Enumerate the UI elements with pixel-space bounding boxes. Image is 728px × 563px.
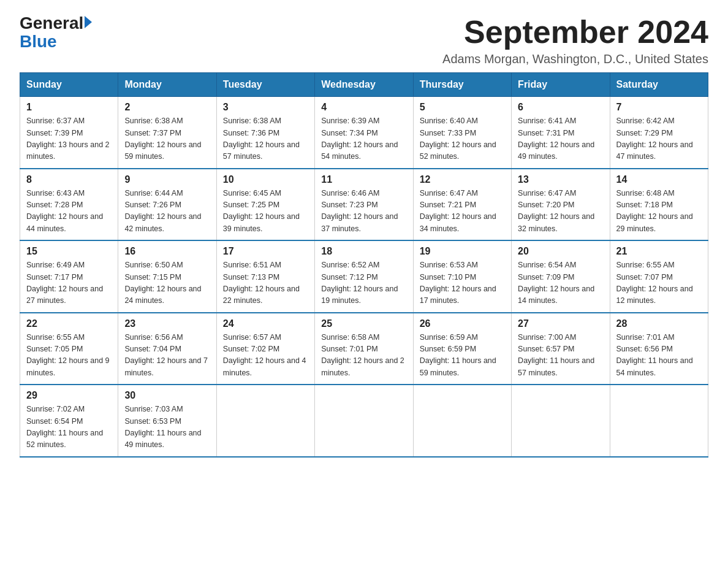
day-number: 4	[321, 102, 406, 113]
calendar-cell: 18Sunrise: 6:52 AMSunset: 7:12 PMDayligh…	[315, 240, 413, 313]
calendar-cell: 15Sunrise: 6:49 AMSunset: 7:17 PMDayligh…	[20, 240, 118, 313]
day-info: Sunrise: 6:41 AMSunset: 7:31 PMDaylight:…	[518, 115, 603, 163]
calendar-week-row: 8Sunrise: 6:43 AMSunset: 7:28 PMDaylight…	[20, 169, 708, 241]
page-header: General Blue September 2024 Adams Morgan…	[20, 15, 708, 66]
calendar-week-row: 15Sunrise: 6:49 AMSunset: 7:17 PMDayligh…	[20, 240, 708, 313]
day-info: Sunrise: 6:56 AMSunset: 7:04 PMDaylight:…	[124, 332, 210, 380]
weekday-header-saturday: Saturday	[610, 73, 708, 97]
day-number: 20	[518, 246, 603, 257]
day-info: Sunrise: 7:03 AMSunset: 6:53 PMDaylight:…	[124, 404, 210, 451]
title-block: September 2024 Adams Morgan, Washington,…	[442, 15, 708, 66]
calendar-cell: 24Sunrise: 6:57 AMSunset: 7:02 PMDayligh…	[216, 313, 314, 385]
day-number: 14	[616, 174, 702, 185]
day-number: 12	[420, 174, 505, 185]
calendar-cell: 9Sunrise: 6:44 AMSunset: 7:26 PMDaylight…	[118, 169, 216, 241]
day-info: Sunrise: 6:49 AMSunset: 7:17 PMDaylight:…	[26, 259, 112, 307]
calendar-cell	[610, 385, 708, 457]
calendar-cell: 13Sunrise: 6:47 AMSunset: 7:20 PMDayligh…	[512, 169, 610, 241]
calendar-cell: 2Sunrise: 6:38 AMSunset: 7:37 PMDaylight…	[118, 97, 216, 169]
day-info: Sunrise: 6:52 AMSunset: 7:12 PMDaylight:…	[321, 259, 406, 307]
day-number: 24	[223, 318, 308, 329]
logo-general-text: General	[20, 15, 83, 32]
day-number: 15	[26, 246, 112, 257]
day-number: 22	[26, 318, 112, 329]
day-info: Sunrise: 6:47 AMSunset: 7:20 PMDaylight:…	[518, 188, 603, 236]
calendar-cell: 27Sunrise: 7:00 AMSunset: 6:57 PMDayligh…	[512, 313, 610, 385]
day-info: Sunrise: 6:38 AMSunset: 7:36 PMDaylight:…	[223, 115, 308, 163]
calendar-body: 1Sunrise: 6:37 AMSunset: 7:39 PMDaylight…	[20, 97, 708, 457]
calendar-cell	[216, 385, 314, 457]
day-number: 6	[518, 102, 603, 113]
calendar-cell: 14Sunrise: 6:48 AMSunset: 7:18 PMDayligh…	[610, 169, 708, 241]
day-number: 26	[420, 318, 505, 329]
day-number: 28	[616, 318, 702, 329]
day-info: Sunrise: 6:54 AMSunset: 7:09 PMDaylight:…	[518, 259, 603, 307]
calendar-cell: 20Sunrise: 6:54 AMSunset: 7:09 PMDayligh…	[512, 240, 610, 313]
calendar-cell: 25Sunrise: 6:58 AMSunset: 7:01 PMDayligh…	[315, 313, 413, 385]
calendar-cell: 7Sunrise: 6:42 AMSunset: 7:29 PMDaylight…	[610, 97, 708, 169]
day-number: 21	[616, 246, 702, 257]
day-number: 11	[321, 174, 406, 185]
day-info: Sunrise: 7:01 AMSunset: 6:56 PMDaylight:…	[616, 332, 702, 380]
calendar-header: SundayMondayTuesdayWednesdayThursdayFrid…	[20, 73, 708, 97]
calendar-cell	[512, 385, 610, 457]
day-number: 29	[26, 390, 112, 401]
calendar-cell: 4Sunrise: 6:39 AMSunset: 7:34 PMDaylight…	[315, 97, 413, 169]
day-info: Sunrise: 6:37 AMSunset: 7:39 PMDaylight:…	[26, 115, 112, 163]
day-number: 9	[124, 174, 210, 185]
logo: General Blue	[20, 15, 92, 52]
calendar-cell	[315, 385, 413, 457]
calendar-cell: 23Sunrise: 6:56 AMSunset: 7:04 PMDayligh…	[118, 313, 216, 385]
weekday-header-monday: Monday	[118, 73, 216, 97]
calendar-week-row: 22Sunrise: 6:55 AMSunset: 7:05 PMDayligh…	[20, 313, 708, 385]
day-number: 2	[124, 102, 210, 113]
calendar-cell: 12Sunrise: 6:47 AMSunset: 7:21 PMDayligh…	[413, 169, 511, 241]
logo-triangle-icon	[85, 16, 92, 28]
weekday-header-wednesday: Wednesday	[315, 73, 413, 97]
day-number: 10	[223, 174, 308, 185]
day-number: 7	[616, 102, 702, 113]
day-info: Sunrise: 7:00 AMSunset: 6:57 PMDaylight:…	[518, 332, 603, 380]
calendar-week-row: 29Sunrise: 7:02 AMSunset: 6:54 PMDayligh…	[20, 385, 708, 457]
calendar-table: SundayMondayTuesdayWednesdayThursdayFrid…	[20, 72, 708, 458]
day-number: 18	[321, 246, 406, 257]
calendar-cell: 11Sunrise: 6:46 AMSunset: 7:23 PMDayligh…	[315, 169, 413, 241]
weekday-header-thursday: Thursday	[413, 73, 511, 97]
calendar-cell: 5Sunrise: 6:40 AMSunset: 7:33 PMDaylight…	[413, 97, 511, 169]
day-info: Sunrise: 6:39 AMSunset: 7:34 PMDaylight:…	[321, 115, 406, 163]
day-number: 19	[420, 246, 505, 257]
calendar-cell: 30Sunrise: 7:03 AMSunset: 6:53 PMDayligh…	[118, 385, 216, 457]
weekday-header-row: SundayMondayTuesdayWednesdayThursdayFrid…	[20, 73, 708, 97]
weekday-header-tuesday: Tuesday	[216, 73, 314, 97]
day-info: Sunrise: 6:48 AMSunset: 7:18 PMDaylight:…	[616, 188, 702, 236]
calendar-cell: 16Sunrise: 6:50 AMSunset: 7:15 PMDayligh…	[118, 240, 216, 313]
day-info: Sunrise: 6:57 AMSunset: 7:02 PMDaylight:…	[223, 332, 308, 380]
day-info: Sunrise: 6:53 AMSunset: 7:10 PMDaylight:…	[420, 259, 505, 307]
day-info: Sunrise: 6:44 AMSunset: 7:26 PMDaylight:…	[124, 188, 210, 236]
calendar-subtitle: Adams Morgan, Washington, D.C., United S…	[442, 52, 708, 66]
calendar-cell: 8Sunrise: 6:43 AMSunset: 7:28 PMDaylight…	[20, 169, 118, 241]
calendar-cell: 26Sunrise: 6:59 AMSunset: 6:59 PMDayligh…	[413, 313, 511, 385]
day-number: 25	[321, 318, 406, 329]
day-info: Sunrise: 6:59 AMSunset: 6:59 PMDaylight:…	[420, 332, 505, 380]
calendar-cell: 19Sunrise: 6:53 AMSunset: 7:10 PMDayligh…	[413, 240, 511, 313]
calendar-cell: 17Sunrise: 6:51 AMSunset: 7:13 PMDayligh…	[216, 240, 314, 313]
day-number: 5	[420, 102, 505, 113]
day-number: 3	[223, 102, 308, 113]
day-info: Sunrise: 6:55 AMSunset: 7:07 PMDaylight:…	[616, 259, 702, 307]
weekday-header-sunday: Sunday	[20, 73, 118, 97]
day-number: 1	[26, 102, 112, 113]
day-number: 27	[518, 318, 603, 329]
calendar-cell: 28Sunrise: 7:01 AMSunset: 6:56 PMDayligh…	[610, 313, 708, 385]
day-number: 30	[124, 390, 210, 401]
day-info: Sunrise: 6:55 AMSunset: 7:05 PMDaylight:…	[26, 332, 112, 380]
day-number: 16	[124, 246, 210, 257]
day-info: Sunrise: 7:02 AMSunset: 6:54 PMDaylight:…	[26, 404, 112, 451]
day-number: 17	[223, 246, 308, 257]
day-info: Sunrise: 6:38 AMSunset: 7:37 PMDaylight:…	[124, 115, 210, 163]
day-info: Sunrise: 6:45 AMSunset: 7:25 PMDaylight:…	[223, 188, 308, 236]
calendar-cell: 22Sunrise: 6:55 AMSunset: 7:05 PMDayligh…	[20, 313, 118, 385]
day-info: Sunrise: 6:42 AMSunset: 7:29 PMDaylight:…	[616, 115, 702, 163]
weekday-header-friday: Friday	[512, 73, 610, 97]
day-number: 13	[518, 174, 603, 185]
